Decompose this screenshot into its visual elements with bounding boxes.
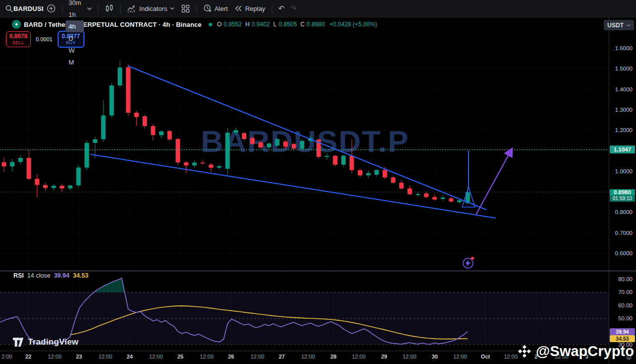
binance-logo-icon [517, 344, 532, 359]
rsi-title: RSI [13, 272, 24, 279]
interval-D[interactable]: D [66, 32, 84, 44]
rsi-legend[interactable]: RSI 14 close 39.94 34.53 [13, 272, 88, 279]
search-icon[interactable] [5, 4, 13, 13]
price-tick: 1.3000 [615, 107, 633, 113]
candle-body [35, 179, 39, 185]
candle-body [358, 170, 362, 175]
high-value: 0.9402 [251, 21, 270, 28]
rsi-overbought-fill [94, 278, 125, 292]
candle-body [184, 162, 188, 165]
alert-button[interactable]: Alert [200, 2, 232, 15]
interval-4h[interactable]: 4h [66, 20, 84, 32]
candle-body [399, 183, 403, 189]
candle-body [118, 68, 122, 85]
candle-body [151, 126, 155, 135]
layout-grid-button[interactable] [178, 2, 193, 15]
interval-chevron-down-icon[interactable] [84, 7, 95, 10]
interval-group: 1m3m5m15m30m1h4hDWM [66, 0, 84, 68]
flash-icon[interactable] [463, 258, 474, 269]
time-tick: 12:00 [402, 354, 416, 360]
price-tick: 1.0000 [615, 168, 633, 174]
time-tick: 27 [279, 354, 285, 360]
candle-body [424, 193, 428, 197]
ohlc-values: O0.8552 H0.9402 L0.8505 C0.8980 +0.0428 … [217, 21, 377, 28]
last-price-value: 0.8980 [610, 189, 635, 195]
candle-body [159, 132, 163, 135]
candle-body [18, 158, 23, 162]
indicators-button[interactable]: Indicators [124, 2, 177, 15]
candle-body [175, 139, 180, 162]
rsi-current-value: 39.94 [54, 272, 69, 279]
compare-add-button[interactable] [43, 2, 59, 15]
swapcrypto-watermark: @SwapCrypto [517, 343, 634, 360]
chevron-down-icon [627, 24, 631, 27]
indicators-icon [127, 4, 137, 13]
change-value: +0.0428 (+5.00%) [329, 21, 377, 28]
price-tick: 1.5000 [615, 66, 633, 72]
candle-body [134, 113, 139, 117]
tradingview-logo[interactable]: TradingView [13, 337, 79, 347]
rsi-tick: 70.00 [618, 289, 633, 295]
symbol-title[interactable]: BARD / TetherUS PERPETUAL CONTRACT · 4h … [24, 21, 202, 28]
candle-body [200, 162, 205, 163]
chart-canvas[interactable]: BARDUSDT.P [0, 0, 636, 364]
toolbar-divider [272, 3, 272, 13]
candle-body [292, 144, 296, 148]
time-tick: 26 [228, 354, 234, 360]
undo-icon[interactable]: ↶ [275, 4, 288, 13]
time-tick: 12:00 [352, 354, 366, 360]
redo-icon[interactable]: ↷ [287, 4, 300, 13]
time-tick: 12:00 [301, 354, 315, 360]
time-tick: 28 [330, 354, 336, 360]
interval-M[interactable]: M [66, 56, 84, 68]
time-tick: 22 [25, 354, 31, 360]
interval-30m[interactable]: 30m [66, 0, 84, 8]
time-tick: Oct [481, 354, 490, 360]
price-tick: 0.6000 [615, 250, 633, 256]
projection-arrow-drawing [476, 150, 511, 215]
chart-type-candles-button[interactable] [101, 2, 117, 15]
rsi-tick: 80.00 [618, 276, 633, 282]
time-tick: 12:00 [200, 354, 214, 360]
candle-body [457, 200, 462, 202]
candle-body [167, 131, 172, 140]
notification-dot [471, 257, 474, 260]
toolbar-divider [120, 3, 121, 13]
toolbar-divider [196, 3, 197, 13]
candle-body [383, 170, 387, 177]
candle-body [333, 156, 337, 165]
candle-body [143, 116, 147, 126]
symbol-logo: ✦ [12, 20, 21, 29]
candle-body [101, 115, 105, 139]
candle-body [250, 138, 254, 144]
currency-label: USDT [607, 22, 624, 29]
last-price-tag: 0.8980 01:59:10 [610, 189, 635, 202]
time-tick: 12:00 [453, 354, 467, 360]
interval-1h[interactable]: 1h [66, 8, 84, 20]
candle-body [374, 170, 379, 174]
close-value: 0.8980 [307, 21, 325, 28]
candle-body [217, 166, 222, 167]
lightning-bolt-icon [465, 260, 471, 267]
candle-body [192, 162, 197, 165]
rsi-params: 14 close [27, 272, 51, 279]
pane-divider [0, 271, 636, 272]
alert-clock-icon [203, 4, 212, 13]
symbol-search-box[interactable]: BARDUSDT [13, 5, 43, 12]
price-tick: 1.4000 [615, 86, 633, 92]
interval-W[interactable]: W [66, 44, 84, 56]
currency-selector[interactable]: USDT [604, 20, 634, 30]
time-tick: 24 [127, 354, 133, 360]
candle-body [349, 155, 354, 170]
sell-button[interactable]: 0.8976 SELL [6, 31, 31, 47]
price-tick: 1.2000 [615, 127, 633, 133]
candle-body [234, 130, 238, 133]
candle-body [68, 185, 73, 188]
time-tick: 12:00 [149, 354, 163, 360]
toolbar-divider [98, 3, 98, 13]
tradingview-mark-icon [13, 338, 24, 347]
price-tick: 0.7000 [615, 230, 633, 236]
replay-button[interactable]: Replay [231, 2, 268, 15]
candle-body [258, 143, 263, 147]
candle-body [26, 158, 31, 179]
